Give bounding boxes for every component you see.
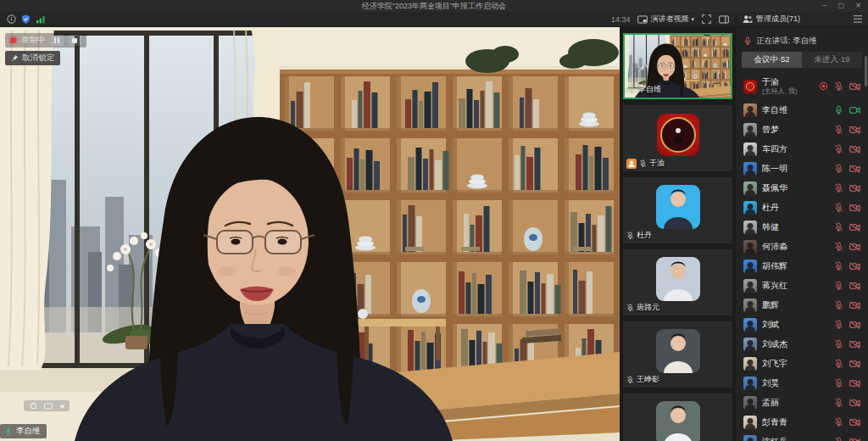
member-row-韩健[interactable]: 韩健 [736,217,868,237]
camera-off-icon[interactable] [849,165,860,173]
camera-off-icon[interactable] [849,145,860,154]
member-row-沈红兵[interactable]: 沈红兵 [736,432,868,441]
close-button[interactable]: ✕ [855,0,861,12]
member-row-杜丹[interactable]: 杜丹 [736,198,868,217]
mic-icon[interactable] [628,86,636,93]
mic-on-icon [4,427,13,436]
camera-off-icon[interactable] [849,418,860,427]
camera-off-icon[interactable] [849,262,860,271]
camera-off-icon[interactable] [849,223,860,232]
member-row-孟丽[interactable]: 孟丽 [736,393,868,412]
camera-off-icon[interactable] [849,340,860,349]
mic-muted-icon[interactable] [834,320,843,329]
minimize-button[interactable]: ─ [822,0,827,12]
tab-in-meeting[interactable]: 会议中·52 [742,52,802,68]
member-name: 沈红兵 [762,437,829,441]
member-row-刘成杰[interactable]: 刘成杰 [736,334,868,354]
member-row-蒋兴红[interactable]: 蒋兴红 [736,276,868,295]
thumbnail-王峥影[interactable]: 王峥影 [623,321,732,388]
camera-off-icon[interactable] [849,379,860,388]
member-row-彭青青[interactable]: 彭青青 [736,412,868,432]
mic-muted-icon[interactable] [834,281,843,290]
whiteboard-icon[interactable] [44,403,53,410]
mic-muted-icon[interactable] [834,261,843,271]
panel-scrollbar[interactable] [865,56,867,87]
mic-muted-icon[interactable] [626,304,634,311]
member-row-聂佩华[interactable]: 聂佩华 [736,178,868,198]
member-row-胡伟辉[interactable]: 胡伟辉 [736,256,868,276]
power-icon[interactable] [30,402,37,410]
camera-off-icon[interactable] [849,243,860,251]
mic-muted-icon[interactable] [834,222,843,232]
thumbnail-于渝[interactable]: 于渝 [623,105,732,171]
camera-off-icon[interactable] [849,82,860,91]
mic-muted-icon[interactable] [834,378,843,388]
unpin-button[interactable]: 取消锁定 [5,51,60,65]
member-name: 彭青青 [762,417,829,427]
mic-muted-icon[interactable] [834,125,843,134]
member-row-陈一明[interactable]: 陈一明 [736,159,868,178]
mic-muted-icon[interactable] [626,376,634,383]
thumbnail-杜丹[interactable]: 杜丹 [623,177,732,243]
member-row-鹏辉[interactable]: 鹏辉 [736,295,868,315]
thumbnail-李自维[interactable]: 李自维 [623,33,732,99]
security-shield-icon[interactable] [21,12,31,27]
thumbnail-唐路元[interactable]: 唐路元 [623,249,732,315]
mic-muted-icon[interactable] [834,242,843,251]
mic-muted-icon[interactable] [834,183,843,193]
main-speaker-video[interactable]: 录制中 取消锁定 ◀ 李自维 [0,27,620,441]
camera-off-icon[interactable] [849,321,860,329]
member-row-车四方[interactable]: 车四方 [736,139,868,159]
camera-off-icon[interactable] [849,360,860,368]
member-row-刘斌[interactable]: 刘斌 [736,315,868,334]
avatar [656,329,700,373]
camera-off-icon[interactable] [849,282,860,290]
mic-muted-icon[interactable] [834,339,843,349]
mic-muted-icon[interactable] [834,398,843,407]
clock-time: 14:34 [611,15,631,24]
stop-recording-button[interactable] [69,35,81,46]
member-row-曾梦[interactable]: 曾梦 [736,120,868,139]
mic-muted-icon[interactable] [834,437,843,441]
camera-off-icon[interactable] [849,126,860,134]
pause-recording-button[interactable] [51,35,64,46]
camera-off-icon[interactable] [849,438,860,441]
member-row-于渝[interactable]: 于渝(主持人, 我) [736,72,868,100]
mic-muted-icon[interactable] [834,359,843,368]
mic-muted-icon[interactable] [834,144,843,154]
mic-muted-icon[interactable] [626,232,634,239]
panel-menu-icon[interactable] [854,15,862,23]
member-avatar [743,318,757,332]
meeting-info-icon[interactable] [7,12,16,27]
mic-muted-icon[interactable] [834,203,843,212]
top-toolbar: 14:34 演讲者视频 ▾ 管理成员(71) [0,12,868,27]
member-row-刘昊[interactable]: 刘昊 [736,373,868,393]
fullscreen-icon[interactable] [702,12,711,27]
member-row-何沛淼[interactable]: 何沛淼 [736,237,868,256]
member-list: 于渝(主持人, 我) 李自维 曾梦 车四方 陈一明 聂佩华 杜丹 [736,72,868,441]
mic-muted-icon[interactable] [834,164,843,173]
mic-muted-icon[interactable] [834,417,843,427]
camera-icon[interactable] [849,106,860,114]
side-panel-toggle-icon[interactable] [719,12,729,27]
member-name: 于渝 [762,77,814,87]
mic-muted-icon[interactable] [639,159,647,167]
camera-off-icon[interactable] [849,399,860,407]
member-name: 鹏辉 [762,300,829,310]
member-row-刘飞宇[interactable]: 刘飞宇 [736,354,868,373]
collapse-arrow-icon[interactable]: ◀ [59,400,64,411]
view-mode-button[interactable]: 演讲者视频 ▾ [637,14,694,25]
member-avatar [743,142,757,156]
camera-off-icon[interactable] [849,184,860,193]
mic-muted-icon[interactable] [834,81,843,91]
thumbnail-夏意凤[interactable]: 夏意凤 [623,394,732,441]
maximize-button[interactable]: ▢ [838,0,845,12]
mic-icon[interactable] [834,105,843,114]
network-signal-icon[interactable] [36,12,46,27]
camera-off-icon[interactable] [849,301,860,310]
cloud-record-icon[interactable] [819,81,828,91]
camera-off-icon[interactable] [849,204,860,212]
mic-muted-icon[interactable] [834,300,843,310]
member-row-李自维[interactable]: 李自维 [736,100,868,120]
tab-not-joined[interactable]: 未进入·19 [802,52,862,68]
